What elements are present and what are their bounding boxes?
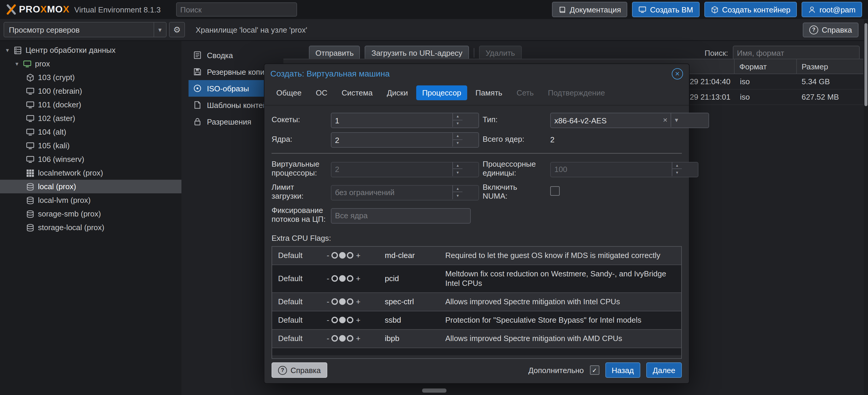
spinner-up-icon[interactable]: ▲ [453, 162, 462, 169]
slider-dot-yes[interactable] [347, 275, 354, 282]
cpu-type-combobox[interactable] [550, 113, 709, 128]
spinner-down-icon[interactable]: ▼ [453, 140, 462, 147]
flag-row[interactable]: Default - + ibpb Allows improved Spectre… [272, 330, 681, 348]
tree-item-storage-selected[interactable]: local (prox) [0, 180, 181, 193]
tree-item-storage[interactable]: local-lvm (prox) [0, 193, 181, 207]
tab-disks[interactable]: Диски [381, 85, 414, 100]
back-button[interactable]: Назад [605, 362, 640, 378]
flag-row[interactable]: Default - + ssbd Protection for "Specula… [272, 311, 681, 330]
advanced-checkbox[interactable]: ✓ [590, 365, 599, 375]
chevron-down-icon[interactable]: ▾ [153, 23, 166, 37]
slider-dot-default[interactable] [339, 298, 346, 305]
slider-dot-default[interactable] [339, 252, 346, 259]
caret-down-icon[interactable]: ▾ [16, 61, 23, 67]
spinner-up-icon[interactable]: ▲ [453, 185, 462, 192]
slider-dot-yes[interactable] [347, 335, 354, 342]
upload-button[interactable]: Отправить [309, 46, 360, 60]
help-button-label: Справка [822, 25, 852, 34]
tree-item-datacenter[interactable]: ▾ Центр обработки данных [0, 43, 181, 57]
iso-search-input[interactable] [733, 46, 860, 60]
documentation-button[interactable]: Документация [552, 2, 627, 17]
spinner-up-icon[interactable]: ▲ [453, 113, 462, 120]
tab-system[interactable]: Система [336, 85, 378, 100]
slider-dot-no[interactable] [332, 252, 338, 259]
flag-slider[interactable]: - + [326, 293, 385, 310]
column-header-format[interactable]: Формат [734, 59, 796, 73]
chevron-down-icon[interactable]: ▾ [671, 113, 682, 127]
flag-slider[interactable]: - + [326, 270, 385, 287]
spinner-arrows: ▲ ▼ [453, 162, 462, 176]
tab-general[interactable]: Общее [270, 85, 307, 100]
slider-dot-yes[interactable] [347, 317, 354, 323]
spinner-up-icon[interactable]: ▲ [453, 132, 462, 140]
tree-item-vm[interactable]: 105 (kali) [0, 139, 181, 152]
tree-item-vm[interactable]: 102 (aster) [0, 112, 181, 125]
slider-dot-no[interactable] [332, 335, 338, 342]
tree-item-vm[interactable]: 101 (docker) [0, 98, 181, 112]
vm-icon [26, 142, 34, 150]
tree-settings-button[interactable]: ⚙ [169, 22, 185, 37]
tree-item-storage[interactable]: storage-local (prox) [0, 221, 181, 234]
view-selector-combobox[interactable]: Просмотр серверов ▾ [4, 22, 166, 37]
spinner-down-icon[interactable]: ▼ [672, 169, 682, 176]
tab-cpu[interactable]: Процессор [416, 85, 467, 100]
numa-checkbox[interactable] [550, 186, 560, 196]
flag-row[interactable]: Default - + pcid Meltdown fix cost reduc… [272, 265, 681, 293]
flag-slider[interactable]: - + [326, 330, 385, 347]
create-vm-button[interactable]: Создать ВМ [632, 2, 700, 17]
vm-icon [26, 128, 34, 136]
horizontal-scrollbar-thumb[interactable] [422, 389, 446, 393]
global-search-input[interactable] [176, 2, 297, 17]
tab-os[interactable]: ОС [310, 85, 333, 100]
slider-dot-default[interactable] [339, 317, 346, 323]
menu-item-summary[interactable]: Сводка [189, 47, 293, 63]
tree-item-network[interactable]: localnetwork (prox) [0, 166, 181, 180]
spinner-down-icon[interactable]: ▼ [453, 192, 462, 199]
flag-slider[interactable]: - + [326, 247, 385, 264]
spinner-up-icon[interactable]: ▲ [672, 162, 682, 169]
tree-item-storage[interactable]: sorage-smb (prox) [0, 207, 181, 221]
advanced-label: Дополнительно [528, 366, 584, 374]
tree-item-vm[interactable]: 106 (winserv) [0, 152, 181, 166]
vertical-scrollbar-thumb[interactable] [864, 23, 867, 106]
spinner-down-icon[interactable]: ▼ [453, 169, 462, 176]
flag-row[interactable]: Default - + spec-ctrl Allows improved Sp… [272, 293, 681, 311]
slider-dot-yes[interactable] [347, 252, 354, 259]
flag-slider[interactable]: - + [326, 311, 385, 329]
container-icon [26, 73, 34, 82]
flag-row[interactable]: Default - + md-clear Required to let the… [272, 246, 681, 265]
create-vm-button-label: Создать ВМ [650, 5, 693, 14]
help-button[interactable]: ? Справка [803, 22, 859, 37]
user-menu-button[interactable]: root@pam [802, 2, 862, 17]
tree-item-ct[interactable]: 103 (crypt) [0, 70, 181, 84]
slider-dot-default[interactable] [339, 335, 346, 342]
slider-dot-no[interactable] [332, 298, 338, 305]
version-label: Virtual Environment 8.1.3 [74, 5, 161, 14]
tab-memory[interactable]: Память [470, 85, 508, 100]
tree-item-vm[interactable]: 100 (rebrain) [0, 84, 181, 98]
tree-item-node[interactable]: ▾ prox [0, 57, 181, 70]
dialog-header[interactable]: Создать: Виртуальная машина ✕ [265, 64, 689, 83]
spinner-down-icon[interactable]: ▼ [453, 120, 462, 127]
slider-dot-no[interactable] [332, 275, 338, 282]
tab-network[interactable]: Сеть [510, 85, 539, 100]
slider-dot-default[interactable] [339, 275, 346, 282]
vertical-scrollbar[interactable] [864, 20, 868, 395]
tab-confirm[interactable]: Подтверждение [542, 85, 611, 100]
caret-down-icon[interactable]: ▾ [6, 47, 13, 53]
clear-icon[interactable]: ✕ [660, 117, 671, 123]
column-header-size[interactable]: Размер [796, 59, 863, 73]
download-url-button[interactable]: Загрузить по URL-адресу [365, 46, 469, 60]
slider-dot-yes[interactable] [347, 298, 354, 305]
next-button[interactable]: Далее [646, 362, 682, 378]
slider-dot-no[interactable] [332, 317, 338, 323]
proxmox-logo-word: PROXMOX [19, 4, 70, 15]
storage-icon [26, 223, 34, 232]
close-icon[interactable]: ✕ [672, 68, 683, 79]
affinity-input[interactable] [331, 208, 471, 223]
create-container-button[interactable]: Создать контейнер [704, 2, 797, 17]
remove-button[interactable]: Удалить [479, 46, 522, 60]
logo-part: PRO [19, 4, 40, 15]
tree-item-vm[interactable]: 104 (alt) [0, 125, 181, 139]
dialog-help-button[interactable]: ? Справка [272, 362, 327, 378]
